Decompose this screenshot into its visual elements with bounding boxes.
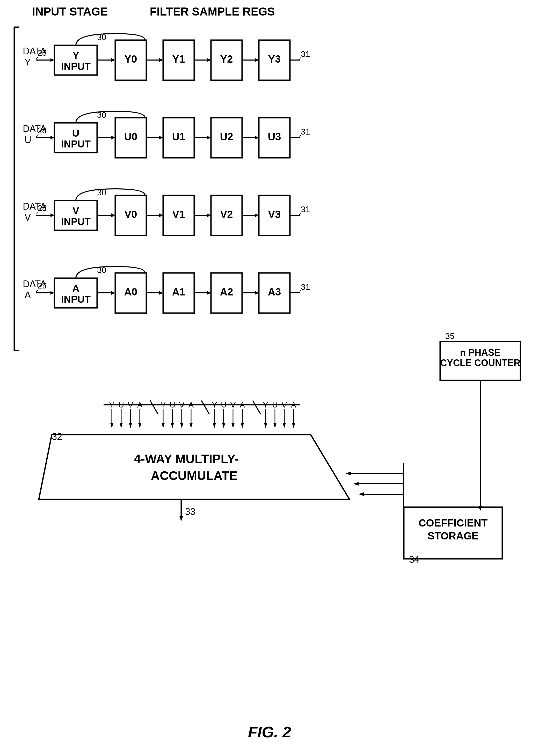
data-y-label-2: Y: [25, 57, 31, 68]
a1-text: A1: [172, 286, 185, 298]
coefficient-storage-text-1: COEFFICIENT: [419, 517, 488, 528]
yuva-arrowhead-u1: [119, 423, 123, 428]
a-input-text-1: A: [72, 283, 79, 294]
ref-28-v: 28: [38, 203, 47, 213]
ref-28-u: 28: [38, 126, 47, 135]
ref-28-y-line: [36, 57, 38, 59]
coefficient-storage-text-2: STORAGE: [427, 530, 478, 541]
data-v-label-2: V: [25, 212, 31, 223]
data-u-label-2: U: [25, 135, 31, 145]
y-input-text-1: Y: [72, 50, 79, 61]
ref-35: 35: [445, 331, 455, 341]
y3-text: Y3: [268, 53, 281, 65]
multiply-accumulate-text-2: ACCUMULATE: [151, 469, 237, 483]
ref-33: 33: [185, 506, 195, 517]
ref-31-u: 31: [301, 127, 310, 136]
ref-32: 32: [52, 431, 62, 442]
u3-text: U3: [268, 131, 281, 142]
ref-28-v-line: [36, 212, 38, 214]
fig-label: FIG. 2: [248, 723, 291, 741]
u2-text: U2: [220, 131, 233, 142]
y1-text: Y1: [172, 53, 185, 65]
v2-text: V2: [220, 209, 233, 220]
yuva-arrowhead-a3: [241, 423, 244, 428]
yuva-arrowhead-a2: [190, 423, 193, 428]
yuva-arrowhead-y3: [213, 423, 216, 428]
ref-29-a: 29: [38, 281, 47, 290]
coeff-to-mac-arrowhead-3: [358, 492, 364, 496]
yuva-arrowhead-y1: [110, 423, 114, 428]
u1-text: U1: [172, 131, 185, 142]
yuva-arrowhead-a1: [138, 423, 141, 428]
diagram-container: INPUT STAGE FILTER SAMPLE REGS DATA Y 28…: [0, 0, 539, 756]
filter-sample-regs-label: FILTER SAMPLE REGS: [150, 5, 275, 18]
ref-28-y: 28: [38, 48, 47, 57]
yuva-arrowhead-y4: [264, 423, 267, 428]
ref-31-v: 31: [301, 205, 310, 214]
coeff-to-mac-arrowhead-2: [353, 482, 358, 486]
v-input-text-1: V: [72, 205, 79, 216]
yuva-arrowhead-v2: [180, 423, 183, 428]
u-input-text-2: INPUT: [61, 139, 91, 150]
multiply-accumulate-shape: [39, 435, 349, 499]
yuva-arrowhead-v4: [283, 423, 286, 428]
y0-text: Y0: [124, 53, 137, 65]
a2-text: A2: [220, 286, 233, 298]
a0-text: A0: [124, 286, 137, 298]
ref-28-u-line: [36, 134, 38, 137]
output-arrowhead: [180, 516, 183, 521]
yuva-arrowhead-y2: [162, 423, 165, 428]
a3-text: A3: [268, 286, 281, 298]
main-diagram: INPUT STAGE FILTER SAMPLE REGS DATA Y 28…: [0, 0, 539, 756]
ref-29-a-line: [36, 290, 38, 292]
data-a-label-2: A: [25, 290, 31, 301]
tick-2: [201, 400, 209, 414]
tick-3: [253, 400, 261, 414]
yuva-arrowhead-v3: [231, 423, 235, 428]
yuva-arrowhead-v1: [129, 423, 132, 428]
a-input-text-2: INPUT: [61, 294, 91, 305]
coeff-to-mac-arrowhead-1: [346, 472, 351, 475]
v1-text: V1: [172, 209, 185, 220]
yuva-arrowhead-u4: [273, 423, 276, 428]
tick-1: [150, 400, 158, 414]
ref-31-a: 31: [301, 282, 310, 292]
v0-text: V0: [124, 209, 137, 220]
yuva-arrowhead-a4: [292, 423, 295, 428]
ref-34: 34: [409, 554, 420, 565]
y2-text: Y2: [220, 53, 233, 65]
u0-text: U0: [124, 131, 137, 142]
multiply-accumulate-text-1: 4-WAY MULTIPLY-: [134, 452, 239, 466]
yuva-arrowhead-u3: [222, 423, 225, 428]
n-phase-text-2: CYCLE COUNTER: [440, 358, 520, 368]
yuva-arrowhead-u2: [171, 423, 174, 428]
input-stage-label: INPUT STAGE: [32, 5, 108, 18]
ref-31-y: 31: [301, 49, 310, 59]
v-input-text-2: INPUT: [61, 216, 91, 227]
y-input-text-2: INPUT: [61, 61, 91, 72]
v3-text: V3: [268, 209, 281, 220]
n-phase-text-1: n PHASE: [460, 347, 501, 358]
u-input-text-1: U: [72, 128, 79, 139]
